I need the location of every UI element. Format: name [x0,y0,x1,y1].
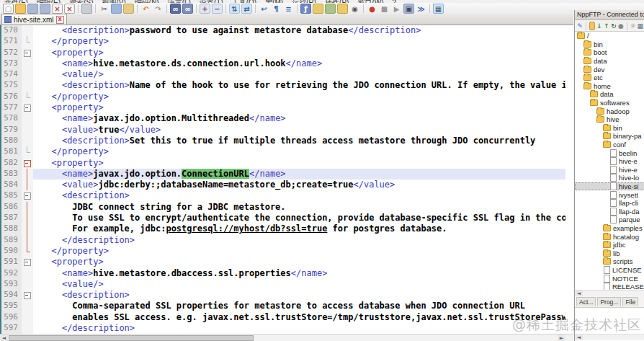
tree-item-home[interactable]: home [575,82,644,91]
code-text[interactable]: <name>javax.jdo.option.ConnectionURL</na… [33,169,565,180]
tree-item-binarypa[interactable]: binary-pa [575,132,644,141]
fold-toggle[interactable] [22,158,33,169]
code-text[interactable]: <description>password to use against met… [33,25,565,36]
code-text[interactable]: JDBC connect string for a JDBC metastore… [33,202,565,213]
abort-icon[interactable]: ● [618,22,624,30]
code-text[interactable]: <property> [33,257,565,267]
macro-play-icon[interactable]: ▶ [391,4,402,14]
close-all-icon[interactable]: × [64,4,75,14]
code-text[interactable]: </description> [33,235,565,246]
tree-item-bin[interactable]: bin [575,40,644,49]
fold-toggle[interactable] [22,257,33,267]
fold-box-icon[interactable] [24,160,31,167]
tree-item-hive[interactable]: hive [575,115,644,124]
nppftp-tab-file[interactable]: File [622,297,638,306]
undo-icon[interactable]: ↶ [140,4,151,14]
code-text[interactable]: </property> [33,246,565,257]
macro-run-multiple-icon[interactable]: ≫ [416,4,426,14]
code-text[interactable]: <description>Name of the hook to use for… [33,80,565,91]
fold-toggle[interactable] [22,290,33,301]
code-text[interactable]: Comma-separated SSL properties for metas… [33,301,565,311]
tree-item-softwares[interactable]: softwares [575,99,644,107]
code-text[interactable]: </property> [33,92,565,102]
code-text[interactable]: <value>true</value> [33,125,565,136]
copy-icon[interactable] [111,4,122,14]
replace-icon[interactable]: ∞ [182,4,193,14]
tree-item-[interactable]: / [575,32,644,40]
scroll-right-icon[interactable]: ► [558,335,565,341]
tree-item-etc[interactable]: etc [575,74,644,82]
code-text[interactable]: To use SSL to encrypt/authenticate the c… [33,213,565,223]
macro-record-icon[interactable]: ● [367,4,377,14]
horizontal-scrollbar[interactable]: ◄ ► [0,334,573,341]
redo-icon[interactable]: ↷ [153,4,164,14]
tree-item-dev[interactable]: dev [575,65,644,74]
tree-item-release[interactable]: RELEASE_ [575,283,644,290]
tree-item-lib[interactable]: lib [575,249,644,257]
tree-item-boot[interactable]: boot [575,48,644,57]
save-icon[interactable] [27,4,38,14]
open-folder-icon[interactable] [15,4,26,14]
macro-stop-icon[interactable]: ■ [379,4,390,14]
sync-vertical-icon[interactable]: ⇅ [229,4,240,14]
tab-hive-site-xml[interactable]: hive-site.xml x [1,14,67,25]
nppftp-toggle-icon[interactable]: ▦ [433,4,444,14]
connect-icon[interactable]: ✎ [577,22,583,30]
function-list-icon[interactable]: ƒ [300,4,311,14]
tree-item-ivysett[interactable]: ivysett [575,190,644,199]
tree-item-hivelo[interactable]: hive-lo [575,174,644,182]
refresh-icon[interactable]: ↻ [611,22,617,30]
fold-toggle[interactable] [22,48,33,58]
paste-icon[interactable] [123,4,134,14]
tree-horizontal-scrollbar[interactable]: ◄ [575,290,644,296]
code-text[interactable]: <value/> [33,69,565,80]
print-icon[interactable] [81,4,92,14]
close-icon[interactable]: × [52,4,63,14]
code-text[interactable]: <name>javax.jdo.option.Multithreaded</na… [33,113,565,124]
settings-icon[interactable]: ☼ [630,22,635,30]
cut-icon[interactable]: ✂ [99,4,109,14]
download-file-icon[interactable]: ↓ [596,22,602,30]
zoom-out-icon[interactable]: − [212,4,223,14]
tree-item-notice[interactable]: NOTICE [575,274,644,283]
fold-box-icon[interactable] [24,50,31,57]
code-text[interactable]: <value/> [33,279,565,290]
scroll-left-icon[interactable]: ◄ [0,335,8,341]
tree-item-llapcli[interactable]: llap-cli [575,199,644,208]
tree-item-hivee[interactable]: hive-e [575,166,644,174]
remote-file-tree[interactable]: /binbootdatadevetchomedatasoftwareshadoo… [575,32,644,290]
tree-item-llapda[interactable]: llap-da [575,207,644,216]
fold-box-icon[interactable] [24,259,31,266]
scroll-left-icon[interactable]: ◄ [575,335,583,340]
fold-box-icon[interactable] [24,192,31,200]
fold-toggle[interactable] [22,102,33,113]
monitoring-icon[interactable]: ◉ [349,4,360,14]
folder-as-workspace-icon[interactable] [337,4,348,14]
code-text[interactable]: <name>hive.metastore.dbaccess.ssl.proper… [33,268,565,279]
fold-toggle[interactable] [22,190,33,201]
tree-item-hadoop[interactable]: hadoop [575,107,644,115]
open-directory-icon[interactable] [589,22,596,30]
code-text[interactable]: </description> [33,323,565,334]
word-wrap-icon[interactable]: ↩ [259,4,269,14]
tree-item-hcatalog[interactable]: hcatalog [575,232,644,241]
fold-box-icon[interactable] [24,105,31,112]
code-text[interactable]: <description>Set this to true if multipl… [33,136,565,146]
tree-item-data[interactable]: data [575,90,644,99]
messages-window-icon[interactable]: ▦ [638,22,644,30]
document-map-icon[interactable] [313,4,323,14]
tree-item-bin[interactable]: bin [575,124,644,133]
indent-guide-icon[interactable]: ≡ [283,4,294,14]
code-text[interactable]: <property> [33,102,565,113]
fold-box-icon[interactable] [24,292,31,299]
code-text[interactable]: </property> [33,36,565,47]
code-text[interactable]: <value>jdbc:derby:;databaseName=metastor… [33,180,565,190]
save-all-icon[interactable] [40,4,50,14]
tree-item-license[interactable]: LICENSE [575,266,644,275]
upload-file-icon[interactable]: ↑ [604,22,609,30]
tree-item-parque[interactable]: parque [575,216,644,224]
tree-item-data[interactable]: data [575,57,644,66]
tree-item-hivesi[interactable]: hive-si [575,182,644,191]
code-text[interactable]: enables SSL access. e.g. javax.net.ssl.t… [33,312,565,323]
sync-horizontal-icon[interactable]: ⇄ [241,4,252,14]
